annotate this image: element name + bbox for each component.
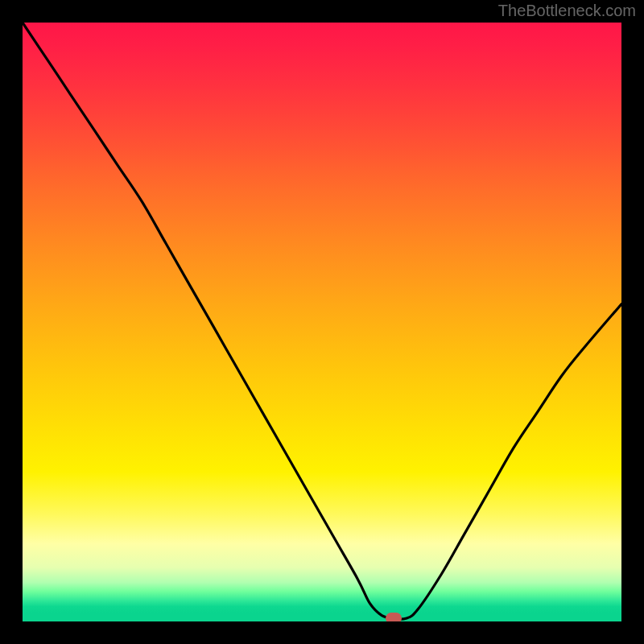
watermark-text: TheBottleneck.com <box>498 2 636 20</box>
chart-container: TheBottleneck.com <box>0 0 644 644</box>
optimal-point-marker <box>386 613 402 621</box>
bottleneck-curve <box>23 23 621 621</box>
plot-area <box>23 23 621 621</box>
